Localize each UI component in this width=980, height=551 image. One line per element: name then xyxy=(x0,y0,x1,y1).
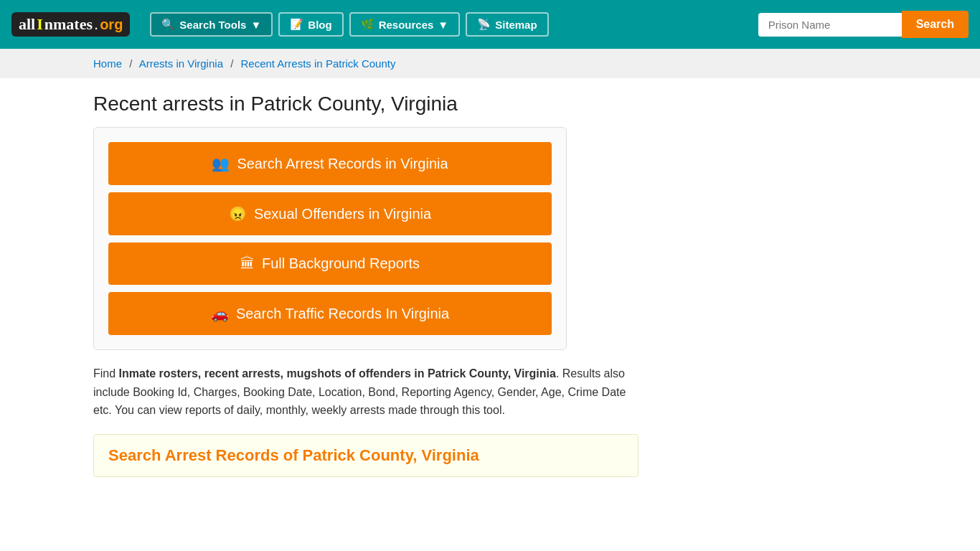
sexual-offenders-icon: 😠 xyxy=(229,205,247,222)
sitemap-button[interactable]: 📡 Sitemap xyxy=(466,12,548,37)
breadcrumb-current: Recent Arrests in Patrick County xyxy=(241,57,396,70)
logo-inmates-i: I xyxy=(37,15,43,34)
nav-group: 🔍 Search Tools ▼ 📝 Blog 🌿 Resources ▼ 📡 … xyxy=(150,12,548,37)
search-tools-button[interactable]: 🔍 Search Tools ▼ xyxy=(150,12,273,37)
search-arrest-label: Search Arrest Records in Virginia xyxy=(237,156,448,172)
search-arrest-icon: 👥 xyxy=(212,155,230,172)
button-group-box: 👥 Search Arrest Records in Virginia 😠 Se… xyxy=(93,127,567,350)
description-bold: Inmate rosters, recent arrests, mugshots… xyxy=(119,367,556,380)
search-traffic-label: Search Traffic Records In Virginia xyxy=(236,306,449,322)
breadcrumb-arrests-virginia[interactable]: Arrests in Virginia xyxy=(139,57,223,70)
resources-button[interactable]: 🌿 Resources ▼ xyxy=(349,12,461,37)
resources-icon: 🌿 xyxy=(361,18,374,31)
logo[interactable]: all I nmates . org xyxy=(11,12,130,37)
search-arrest-records-button[interactable]: 👥 Search Arrest Records in Virginia xyxy=(108,142,552,185)
header-search-label: Search xyxy=(916,18,954,30)
search-section: Search Arrest Records of Patrick County,… xyxy=(93,434,639,477)
logo-text-all: all xyxy=(19,15,35,34)
description-text: Find Inmate rosters, recent arrests, mug… xyxy=(93,364,639,420)
resources-chevron: ▼ xyxy=(438,19,448,31)
page-title: Recent arrests in Patrick County, Virgin… xyxy=(93,93,887,116)
search-traffic-records-button[interactable]: 🚗 Search Traffic Records In Virginia xyxy=(108,292,552,335)
search-tools-icon: 🔍 xyxy=(161,18,175,31)
breadcrumb-sep-2: / xyxy=(230,57,233,70)
search-tools-chevron: ▼ xyxy=(250,19,261,31)
header-search-area: Search xyxy=(758,11,969,38)
sexual-offenders-button[interactable]: 😠 Sexual Offenders in Virginia xyxy=(108,192,552,235)
sexual-offenders-label: Sexual Offenders in Virginia xyxy=(254,206,431,222)
full-background-reports-button[interactable]: 🏛 Full Background Reports xyxy=(108,242,552,285)
prison-name-input[interactable] xyxy=(758,13,902,37)
search-traffic-icon: 🚗 xyxy=(211,305,229,322)
search-section-title: Search Arrest Records of Patrick County,… xyxy=(108,446,623,465)
main-content: Recent arrests in Patrick County, Virgin… xyxy=(0,78,980,491)
breadcrumb: Home / Arrests in Virginia / Recent Arre… xyxy=(0,49,980,78)
description-prefix: Find xyxy=(93,367,119,380)
blog-icon: 📝 xyxy=(290,18,303,31)
header: all I nmates . org 🔍 Search Tools ▼ 📝 Bl… xyxy=(0,0,980,49)
logo-text-org: org xyxy=(100,17,123,33)
blog-button[interactable]: 📝 Blog xyxy=(278,12,343,37)
header-search-button[interactable]: Search xyxy=(902,11,969,38)
full-background-icon: 🏛 xyxy=(240,255,255,272)
logo-text-nmates: nmates xyxy=(44,15,93,34)
breadcrumb-home[interactable]: Home xyxy=(93,57,122,70)
logo-dot: . xyxy=(94,15,98,34)
full-background-label: Full Background Reports xyxy=(262,255,420,272)
breadcrumb-sep-1: / xyxy=(129,57,132,70)
sitemap-label: Sitemap xyxy=(495,19,537,31)
sitemap-icon: 📡 xyxy=(477,18,491,31)
blog-label: Blog xyxy=(308,19,331,31)
search-tools-label: Search Tools xyxy=(179,19,246,31)
resources-label: Resources xyxy=(379,19,434,31)
